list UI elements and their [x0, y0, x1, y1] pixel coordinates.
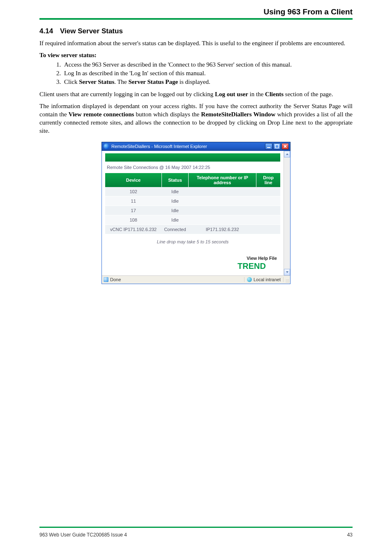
footer-line: 963 Web User Guide TC200685 Issue 4 43: [39, 532, 353, 538]
table-row: 11 Idle: [105, 196, 280, 206]
status-right: Local intranet: [244, 277, 284, 282]
table-row: vCNC IP171.192.6.232 Connected IP171.192…: [105, 224, 280, 234]
status-done-text: Done: [110, 277, 121, 282]
scroll-down-icon: [286, 271, 289, 274]
table-row: 102 Idle: [105, 187, 280, 197]
minimize-icon: [267, 144, 271, 148]
trend-logo: TREND: [105, 261, 280, 273]
steps-list: Access the 963 Server as described in th…: [39, 60, 353, 86]
intranet-icon: [247, 277, 252, 282]
table-row: 17 Idle: [105, 206, 280, 215]
cell-tel: [189, 206, 256, 215]
paragraph-2: Client users that are currently logging …: [39, 90, 353, 99]
step-3-b: Server Status: [79, 79, 114, 85]
steps-block: To view server status: Access the 963 Se…: [39, 52, 353, 86]
step-1-text: Access the 963 Server as described in th…: [64, 61, 292, 68]
drop-note: Line drop may take 5 to 15 seconds: [105, 239, 280, 244]
footer-rule: [39, 527, 353, 528]
cell-drop: [256, 224, 280, 234]
remote-site-diallers-window: RemoteSiteDiallers - Microsoft Internet …: [101, 142, 291, 284]
step-1: Access the 963 Server as described in th…: [62, 60, 353, 69]
trend-logo-icon: TREND: [238, 261, 277, 271]
step-3-d: Server Status Page: [129, 79, 178, 85]
window-titlebar[interactable]: RemoteSiteDiallers - Microsoft Internet …: [101, 142, 291, 151]
cell-device: vCNC IP171.192.6.232: [105, 224, 161, 234]
col-drop: Drop line: [256, 173, 280, 187]
close-icon: [283, 144, 287, 148]
status-left: Done: [102, 277, 244, 282]
devices-table: Device Status Telephone number or IP add…: [105, 173, 280, 234]
svg-text:TREND: TREND: [238, 261, 266, 271]
top-green-bar: [105, 153, 280, 162]
p3-b: View remote connections: [69, 111, 134, 118]
window-buttons: [265, 143, 289, 150]
window-content: Remote Site Connections @ 16 May 2007 14…: [102, 151, 284, 275]
cell-drop: [256, 206, 280, 215]
cell-device: 17: [105, 206, 161, 215]
col-status: Status: [161, 173, 188, 187]
cell-drop: [256, 215, 280, 224]
section-header-text: Using 963 From a Client: [264, 7, 353, 18]
col-device: Device: [105, 173, 161, 187]
done-icon: [104, 277, 108, 282]
intro-paragraph: If required information about the server…: [39, 39, 353, 48]
vertical-scrollbar[interactable]: [284, 151, 290, 275]
p2-c: in the: [248, 91, 265, 97]
close-button[interactable]: [281, 143, 289, 150]
cell-status: Idle: [161, 196, 188, 206]
window-body: Remote Site Connections @ 16 May 2007 14…: [101, 151, 291, 284]
minimize-button[interactable]: [265, 143, 272, 150]
maximize-icon: [275, 144, 279, 148]
scroll-area: Remote Site Connections @ 16 May 2007 14…: [102, 151, 290, 275]
resize-grip-icon: [285, 279, 289, 283]
ie-icon: [104, 143, 109, 149]
subsection-heading: 4.14 View Server Status: [39, 27, 353, 35]
scroll-up-icon: [286, 153, 289, 156]
steps-intro: To view server status:: [39, 52, 353, 59]
step-3-a: Click: [64, 79, 79, 85]
remote-connections-label: Remote Site Connections @ 16 May 2007 14…: [107, 165, 280, 170]
p2-e: section of the page.: [284, 91, 333, 97]
resize-grip[interactable]: [284, 276, 290, 284]
status-bar: Done Local intranet: [102, 275, 290, 284]
section-header: Using 963 From a Client: [39, 7, 353, 20]
devices-table-head: Device Status Telephone number or IP add…: [105, 173, 280, 187]
page-content: 4.14 View Server Status If required info…: [39, 27, 353, 284]
cell-device: 102: [105, 187, 161, 197]
col-tel: Telephone number or IP address: [189, 173, 256, 187]
table-row: 108 Idle: [105, 215, 280, 224]
view-help-file-link[interactable]: View Help File: [105, 256, 277, 261]
step-3-c: . The: [114, 79, 128, 85]
maximize-button[interactable]: [273, 143, 281, 150]
devices-table-body: 102 Idle 11 Idle: [105, 187, 280, 234]
cell-device: 108: [105, 215, 161, 224]
p3-c: button which displays the: [134, 111, 201, 118]
svg-rect-0: [267, 147, 270, 148]
cell-tel: [189, 215, 256, 224]
cell-tel: [189, 196, 256, 206]
titlebar-left: RemoteSiteDiallers - Microsoft Internet …: [104, 143, 207, 149]
page-footer: 963 Web User Guide TC200685 Issue 4 43: [39, 527, 353, 538]
step-2-text: Log In as described in the 'Log In' sect…: [64, 70, 206, 76]
p2-b: Log out user: [215, 91, 248, 97]
cell-status: Idle: [161, 215, 188, 224]
footer-left: 963 Web User Guide TC200685 Issue 4: [39, 532, 127, 538]
window-title: RemoteSiteDiallers - Microsoft Internet …: [111, 144, 207, 149]
step-2: Log In as described in the 'Log In' sect…: [62, 69, 353, 77]
cell-status: Idle: [161, 206, 188, 215]
scroll-down-button[interactable]: [284, 269, 290, 275]
footer-right: 43: [347, 532, 353, 538]
cell-drop: [256, 187, 280, 197]
paragraph-3: The information displayed is dependant o…: [39, 102, 353, 135]
scroll-up-button[interactable]: [284, 151, 290, 157]
cell-device: 11: [105, 196, 161, 206]
cell-tel: [189, 187, 256, 197]
p2-d: Clients: [265, 91, 284, 97]
svg-rect-1: [275, 145, 279, 148]
p2-a: Client users that are currently logging …: [39, 91, 215, 97]
status-zone-text: Local intranet: [254, 277, 281, 282]
cell-status: Idle: [161, 187, 188, 197]
cell-status: Connected: [161, 224, 188, 234]
step-3: Click Server Status. The Server Status P…: [62, 78, 353, 86]
header-row: Device Status Telephone number or IP add…: [105, 173, 280, 187]
